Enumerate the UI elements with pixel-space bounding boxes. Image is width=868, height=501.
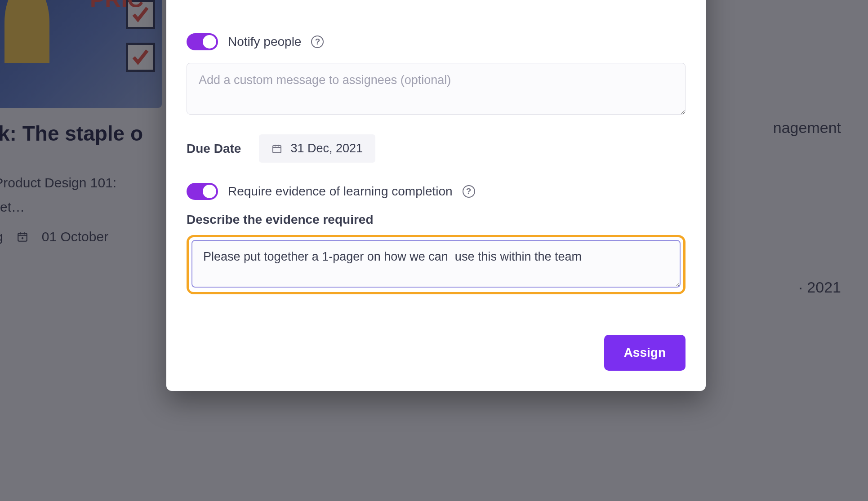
- assign-modal: Erlich Bachman Notify people ? Due Date …: [166, 0, 706, 391]
- evidence-toggle[interactable]: [187, 183, 218, 200]
- evidence-highlight: [187, 235, 685, 294]
- assign-button[interactable]: Assign: [604, 335, 685, 371]
- help-icon[interactable]: ?: [311, 35, 324, 48]
- modal-footer: Assign: [187, 335, 685, 371]
- notify-row: Notify people ?: [187, 33, 685, 50]
- svg-rect-2: [273, 146, 281, 153]
- help-icon[interactable]: ?: [463, 185, 475, 198]
- due-date-label: Due Date: [187, 142, 241, 156]
- divider: [187, 15, 685, 15]
- date-picker[interactable]: 31 Dec, 2021: [259, 134, 375, 163]
- notify-toggle[interactable]: [187, 33, 218, 50]
- evidence-toggle-label: Require evidence of learning completion: [228, 184, 453, 199]
- calendar-icon: [272, 143, 282, 154]
- assignee-row: Erlich Bachman: [187, 0, 685, 15]
- notify-label: Notify people: [228, 35, 301, 49]
- evidence-describe-label: Describe the evidence required: [187, 213, 685, 227]
- date-value: 31 Dec, 2021: [290, 142, 363, 155]
- due-date-row: Due Date 31 Dec, 2021: [187, 134, 685, 163]
- evidence-input[interactable]: [191, 240, 681, 288]
- custom-message-input[interactable]: [187, 63, 685, 115]
- evidence-toggle-row: Require evidence of learning completion …: [187, 183, 685, 200]
